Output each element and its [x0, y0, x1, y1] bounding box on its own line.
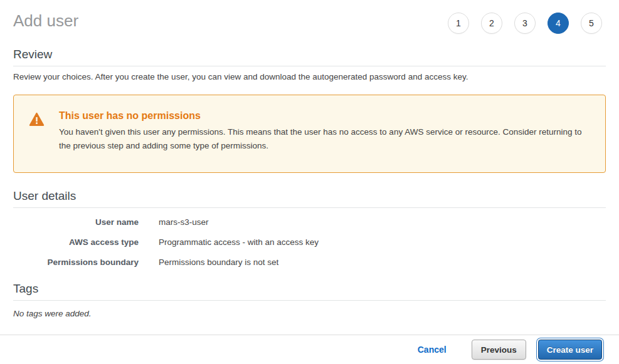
warning-triangle-icon	[29, 112, 45, 129]
cancel-link[interactable]: Cancel	[418, 345, 447, 355]
detail-row-access-type: AWS access type Programmatic access - wi…	[13, 237, 606, 247]
create-user-button[interactable]: Create user	[538, 340, 602, 360]
wizard-footer: Cancel Previous Create user	[0, 335, 619, 364]
step-3[interactable]: 3	[514, 13, 536, 34]
detail-label: AWS access type	[13, 237, 159, 247]
user-details-section: User details User name mars-s3-user AWS …	[13, 189, 606, 267]
detail-row-permissions-boundary: Permissions boundary Permissions boundar…	[13, 257, 606, 267]
page-title: Add user	[13, 10, 78, 31]
review-description: Review your choices. After you create th…	[13, 72, 606, 81]
wizard-step-indicator: 1 2 3 4 5	[448, 10, 606, 34]
detail-value: Programmatic access - with an access key	[159, 237, 319, 247]
detail-value: Permissions boundary is not set	[159, 257, 278, 267]
previous-button[interactable]: Previous	[472, 340, 526, 360]
detail-value: mars-s3-user	[159, 217, 209, 227]
user-details-heading: User details	[13, 189, 606, 208]
step-1[interactable]: 1	[448, 13, 469, 34]
warning-title: This user has no permissions	[59, 110, 584, 122]
step-2[interactable]: 2	[481, 13, 502, 34]
no-permissions-warning: This user has no permissions You haven't…	[13, 95, 606, 173]
step-4-active[interactable]: 4	[548, 13, 569, 34]
review-section: Review Review your choices. After you cr…	[13, 48, 606, 81]
detail-label: Permissions boundary	[13, 257, 159, 267]
detail-row-user-name: User name mars-s3-user	[13, 217, 606, 227]
review-heading: Review	[13, 48, 606, 66]
tags-heading: Tags	[13, 282, 606, 301]
warning-body: You haven't given this user any permissi…	[59, 125, 584, 153]
step-5[interactable]: 5	[581, 13, 602, 34]
tags-empty-message: No tags were added.	[13, 309, 606, 318]
wizard-header: Add user 1 2 3 4 5	[0, 0, 619, 34]
detail-label: User name	[13, 217, 159, 227]
tags-section: Tags No tags were added.	[13, 282, 606, 318]
